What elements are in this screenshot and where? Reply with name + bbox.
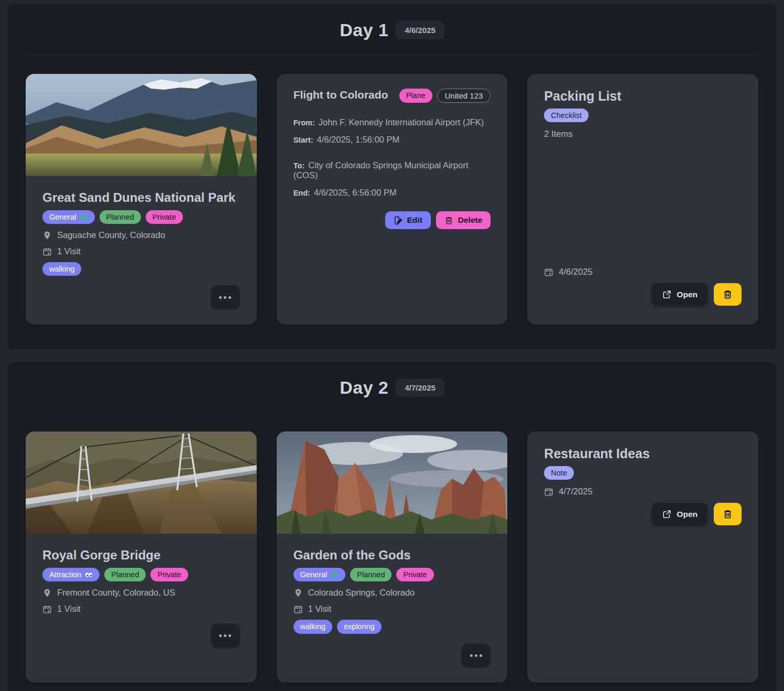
- note-date-row: 4/7/2025: [544, 487, 742, 496]
- day-date-badge: 4/6/2025: [396, 21, 444, 39]
- ellipsis-icon: [219, 634, 222, 637]
- ellipsis-icon: [219, 296, 222, 299]
- activity-tags-row: walking: [42, 262, 240, 276]
- to-label: To:: [293, 161, 304, 170]
- globe-icon: [331, 571, 339, 579]
- checklist-card: Packing List Checklist 2 Items 4/6/2025 …: [527, 74, 758, 325]
- location-row: Saguache County, Colorado: [42, 230, 240, 240]
- to-row: To:City of Colorado Springs Municipal Ai…: [293, 160, 491, 180]
- start-value: 4/6/2025, 1:56:00 PM: [317, 135, 400, 144]
- calendar-icon: [544, 267, 553, 277]
- start-label: Start:: [293, 136, 313, 144]
- note-card-title: Restaurant Ideas: [544, 446, 742, 461]
- location-text: Saguache County, Colorado: [57, 230, 165, 240]
- location-text: Fremont County, Colorado, US: [57, 588, 175, 598]
- edit-icon: [394, 216, 402, 225]
- tag-checklist: Checklist: [544, 109, 589, 122]
- flight-actions: Edit Delete: [293, 211, 491, 229]
- tag-private: Private: [396, 568, 433, 581]
- day-section-2: Day 2 4/7/2025: [8, 362, 776, 691]
- note-card: Restaurant Ideas Note 4/7/2025 Open: [527, 431, 758, 682]
- visits-text: 1 Visit: [57, 246, 81, 256]
- checklist-card-title: Packing List: [544, 89, 742, 104]
- calendar-icon: [42, 247, 52, 256]
- place-card-title: Great Sand Dunes National Park: [42, 190, 240, 206]
- visits-text: 1 Visit: [308, 604, 332, 614]
- tag-attraction: Attraction: [42, 568, 100, 581]
- trash-icon: [723, 289, 733, 300]
- royal-gorge-bridge-photo: [26, 431, 257, 534]
- flight-card-header: Flight to Colorado Plane United 123: [293, 89, 491, 103]
- end-row: End:4/6/2025, 6:56:00 PM: [293, 188, 491, 198]
- tag-planned: Planned: [100, 210, 141, 224]
- place-card-tags: General Planned Private: [42, 210, 240, 224]
- place-card-body: Garden of the Gods General Planned Priva…: [277, 534, 508, 682]
- place-card-title: Garden of the Gods: [293, 547, 491, 563]
- place-card-title: Royal Gorge Bridge: [42, 547, 240, 563]
- more-options-button[interactable]: [211, 285, 240, 310]
- calendar-icon: [42, 604, 52, 614]
- more-options-button[interactable]: [461, 643, 491, 668]
- start-row: Start:4/6/2025, 1:56:00 PM: [293, 135, 491, 145]
- checklist-card-body: Packing List Checklist 2 Items 4/6/2025 …: [527, 74, 758, 325]
- external-link-icon: [662, 289, 672, 299]
- visits-row: 1 Visit: [42, 246, 240, 256]
- edit-button[interactable]: Edit: [385, 211, 431, 229]
- activity-tags-row: walking exploring: [293, 620, 491, 633]
- garden-of-the-gods-photo: [277, 431, 508, 534]
- checklist-actions: Open: [544, 283, 742, 306]
- more-row: [42, 623, 240, 648]
- delete-checklist-button[interactable]: [714, 283, 742, 306]
- external-link-icon: [662, 509, 672, 519]
- activity-tag: exploring: [337, 620, 382, 633]
- day-title: Day 2: [340, 377, 388, 398]
- checklist-date: 4/6/2025: [559, 267, 592, 277]
- place-card-tags: General Planned Private: [293, 568, 491, 581]
- end-value: 4/6/2025, 6:56:00 PM: [314, 188, 397, 197]
- open-button[interactable]: Open: [652, 283, 707, 306]
- place-card-body: Royal Gorge Bridge Attraction Planned Pr…: [26, 534, 257, 682]
- open-button-label: Open: [677, 510, 698, 519]
- tag-planned: Planned: [350, 568, 391, 581]
- location-pin-icon: [293, 588, 303, 598]
- more-row: [293, 643, 491, 668]
- visits-text: 1 Visit: [57, 604, 81, 614]
- place-card-tags: Attraction Planned Private: [42, 568, 240, 581]
- note-card-body: Restaurant Ideas Note 4/7/2025 Open: [527, 431, 758, 682]
- note-date: 4/7/2025: [559, 487, 592, 496]
- tag-label: General: [300, 570, 328, 579]
- place-card-garden-of-the-gods: Garden of the Gods General Planned Priva…: [277, 431, 508, 682]
- location-row: Fremont County, Colorado, US: [42, 588, 240, 598]
- location-pin-icon: [42, 231, 52, 240]
- eyes-icon: [85, 571, 93, 579]
- delete-button[interactable]: Delete: [436, 211, 491, 229]
- day-divider: [26, 413, 758, 413]
- more-row: [42, 285, 240, 310]
- delete-button-label: Delete: [458, 215, 483, 225]
- globe-icon: [80, 213, 88, 221]
- location-row: Colorado Springs, Colorado: [293, 588, 491, 598]
- from-label: From:: [293, 118, 315, 127]
- day-2-cards-row: Royal Gorge Bridge Attraction Planned Pr…: [26, 431, 758, 682]
- calendar-icon: [544, 487, 553, 496]
- day-title: Day 1: [340, 20, 388, 40]
- location-pin-icon: [42, 588, 52, 598]
- open-button[interactable]: Open: [652, 503, 707, 525]
- tag-general: General: [42, 210, 95, 224]
- day-2-header: Day 2 4/7/2025: [26, 372, 758, 401]
- trash-icon: [723, 509, 733, 520]
- day-1-cards-row: Great Sand Dunes National Park General P…: [26, 74, 758, 325]
- sand-dunes-photo: [26, 74, 257, 176]
- calendar-icon: [293, 604, 303, 614]
- flight-card-body: Flight to Colorado Plane United 123 From…: [277, 74, 508, 325]
- visits-row: 1 Visit: [293, 604, 491, 614]
- trash-icon: [444, 216, 453, 225]
- more-options-button[interactable]: [211, 623, 240, 648]
- tag-private: Private: [150, 568, 188, 581]
- note-actions: Open: [544, 503, 742, 525]
- delete-note-button[interactable]: [714, 503, 742, 525]
- end-label: End:: [293, 189, 310, 197]
- flight-card: Flight to Colorado Plane United 123 From…: [277, 74, 508, 325]
- from-row: From:John F. Kennedy International Airpo…: [293, 117, 491, 127]
- activity-tag: walking: [293, 620, 332, 633]
